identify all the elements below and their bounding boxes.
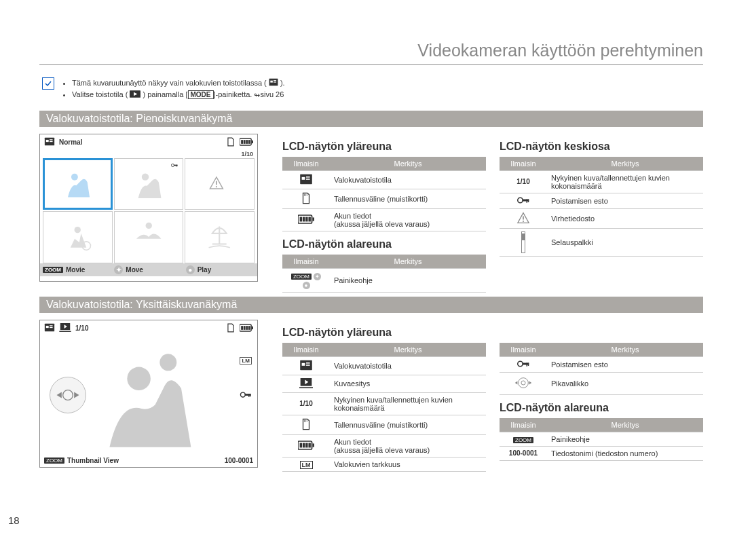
mode-button-label: MODE [188,90,214,99]
quick-menu-icon [513,384,533,392]
photo-mode-icon [299,364,313,372]
svg-rect-14 [246,140,248,144]
svg-rect-42 [527,199,528,202]
quality-label: Normal [59,138,82,146]
protect-key-icon [516,361,530,369]
svg-rect-86 [527,362,528,366]
svg-rect-48 [50,325,53,326]
svg-point-21 [142,173,149,180]
svg-point-16 [71,174,77,181]
svg-rect-7 [46,140,49,142]
svg-rect-81 [303,443,305,447]
svg-point-60 [159,354,176,371]
svg-rect-2 [274,80,276,81]
thumbnail[interactable] [43,211,113,263]
svg-rect-80 [300,443,302,447]
sub-heading: LCD-näytön alareuna [500,402,703,414]
warning-icon [208,176,231,192]
svg-marker-62 [57,392,62,398]
svg-rect-82 [305,443,307,447]
image-count: 1/10 [75,324,88,332]
indicator-table: IlmaisinMerkitys ZOOM ✦ ●Painikeohje [282,255,486,293]
ok-icon: ● [303,282,310,289]
sub-heading: LCD-näytön alareuna [282,238,486,250]
svg-rect-57 [246,326,248,330]
file-number: 100-0001 [225,457,253,464]
svg-rect-38 [305,217,307,221]
resolution-icon: LM [300,461,313,469]
ok-icon: ● [186,265,195,274]
card-icon [301,424,312,432]
indicator-table: IlmaisinMerkitys Poistamisen esto Pikava… [500,343,703,395]
photo-mode-icon [44,323,55,333]
page-title: Videokameran käyttöön perehtyminen [39,41,703,60]
zoom-label: ZOOM [43,267,63,273]
svg-rect-11 [252,141,253,143]
move-icon: ✦ [114,265,123,274]
svg-point-23 [215,186,217,187]
battery-icon [298,217,314,225]
lcd-single-screen: 1/10 [39,320,258,468]
indicator-table: IlmaisinMerkitys Valokuvatoistotila Kuva… [282,343,486,472]
thumbnail[interactable] [43,158,113,210]
section-heading-thumbnail: Valokuvatoistotila: Pienoiskuvanäkymä [39,111,703,127]
svg-point-17 [172,164,174,166]
svg-rect-69 [302,362,305,365]
svg-rect-47 [46,326,49,328]
quick-menu-icon[interactable] [50,377,86,413]
thumbnail-view-label: Thumbnail View [67,457,119,464]
svg-point-40 [518,198,523,203]
zoom-label: ZOOM [291,274,312,280]
svg-point-61 [63,390,73,400]
card-icon [226,323,236,334]
svg-rect-3 [274,81,276,82]
svg-point-89 [521,381,525,385]
svg-rect-74 [299,387,313,388]
sub-heading: LCD-näytön yläreuna [282,141,486,153]
slideshow-icon [299,381,313,390]
svg-rect-28 [302,176,305,179]
svg-rect-20 [177,164,178,166]
svg-rect-54 [252,326,253,329]
thumbnail[interactable] [185,211,255,263]
thumbnail[interactable] [185,158,255,210]
play-mode-icon [130,90,140,101]
section-heading-single: Valokuvatoistotila: Yksittäiskuvanäkymä [39,297,703,313]
protect-key-icon [171,160,181,170]
photo-silhouette [83,342,214,448]
svg-rect-12 [241,140,243,144]
svg-rect-13 [244,140,246,144]
svg-rect-66 [248,394,249,397]
check-icon [42,77,54,90]
svg-rect-83 [308,443,310,447]
lcd-thumbnail-screen: Normal 1/10 [39,134,258,282]
thumbnail[interactable] [114,211,184,263]
svg-rect-36 [300,217,302,221]
protect-key-icon [240,391,252,400]
svg-rect-35 [312,217,314,221]
page-number: 18 [8,515,20,526]
scrollbar-icon [521,231,525,253]
svg-rect-30 [306,179,310,180]
info-box: Tämä kuvaruutunäyttö näkyy vain valokuvi… [39,77,703,101]
indicator-table: IlmaisinMerkitys ZOOMPainikeohje 100-000… [500,418,703,461]
thumbnail[interactable] [114,158,184,210]
battery-icon [240,138,253,147]
svg-point-88 [519,377,529,388]
warning-icon [516,217,530,225]
svg-rect-58 [248,326,250,330]
svg-marker-63 [74,392,79,398]
image-count: 1/10 [40,151,257,158]
svg-rect-71 [306,365,310,366]
svg-rect-70 [306,362,310,364]
svg-rect-79 [312,443,314,447]
divider [39,64,703,65]
move-icon: ✦ [314,273,321,280]
svg-rect-87 [528,362,529,366]
svg-rect-49 [50,327,53,328]
svg-rect-43 [528,199,529,202]
svg-rect-19 [176,164,177,166]
info-line-2: Valitse toistotila ( ) painamalla [MODE]… [72,89,285,100]
svg-rect-15 [248,140,250,144]
svg-rect-39 [308,217,310,221]
